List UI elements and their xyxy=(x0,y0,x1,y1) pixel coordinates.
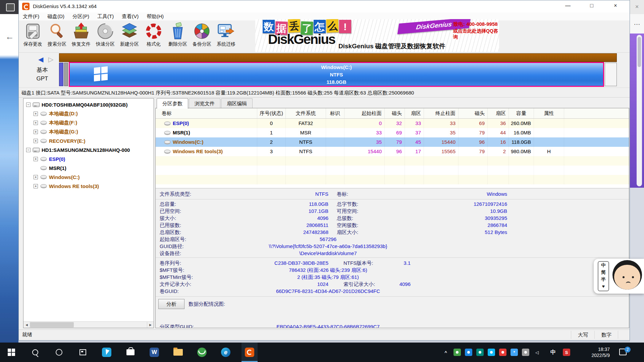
column-header[interactable]: 标识 xyxy=(326,108,344,118)
tree-item[interactable]: +RECOVERY(E:) xyxy=(23,136,154,145)
column-header[interactable]: 扇区 xyxy=(405,108,424,118)
tray-teal-icon[interactable] xyxy=(476,349,484,356)
ime-mode-char[interactable]: 中 xyxy=(598,262,608,269)
tree-item[interactable]: +Windows(C:) xyxy=(23,173,154,182)
ime-mode-char[interactable]: 半 xyxy=(598,276,608,283)
tree-expander[interactable]: + xyxy=(34,112,38,116)
taskbar-clock[interactable]: 18:37 2022/5/9 xyxy=(578,346,610,358)
quick-partition-button[interactable]: 快速分区 xyxy=(93,21,117,52)
partition-segment-re-tools[interactable] xyxy=(605,63,617,86)
background-scrollbar-thumb[interactable] xyxy=(638,37,641,67)
tray-qq-icon[interactable] xyxy=(488,349,495,356)
tray-power-icon[interactable] xyxy=(522,349,529,356)
app-blue-icon[interactable] xyxy=(99,343,115,362)
table-row[interactable]: ESP(0)0FAT3203233336936260.0MB xyxy=(156,119,629,128)
next-disk-icon[interactable]: ▷ xyxy=(48,55,53,63)
partition-segment-windows[interactable]: Windows(C:) NTFS 118.0GB xyxy=(69,62,604,87)
prev-disk-icon[interactable]: ◀ xyxy=(38,55,43,63)
menu-item[interactable]: 磁盘(D) xyxy=(47,13,64,20)
tree-expander[interactable]: + xyxy=(34,184,38,188)
search-icon[interactable] xyxy=(27,343,43,362)
browser-green-icon[interactable] xyxy=(194,343,210,362)
minimize-button[interactable]: — xyxy=(557,0,578,12)
cortana-icon[interactable] xyxy=(51,343,67,362)
menu-item[interactable]: 帮助(H) xyxy=(147,13,164,20)
tree-item[interactable]: MSR(1) xyxy=(23,164,154,173)
start-icon[interactable] xyxy=(3,343,19,362)
system-migrate-button[interactable]: 系统迁移 xyxy=(214,21,238,52)
menu-item[interactable]: 分区(P) xyxy=(72,13,89,20)
search-partition-button[interactable]: 搜索分区 xyxy=(45,21,69,52)
menu-item[interactable]: 文件(F) xyxy=(23,13,39,20)
ms-word-icon[interactable]: W xyxy=(146,343,162,362)
save-changes-button[interactable]: 保存更改 xyxy=(21,21,45,52)
partition-segment-msr[interactable] xyxy=(64,63,68,86)
backup-partition-button[interactable]: 备份分区 xyxy=(190,21,214,52)
menu-item[interactable]: 查看(V) xyxy=(122,13,139,20)
column-header[interactable]: 属性 xyxy=(534,108,564,118)
analyze-button[interactable]: 分析 xyxy=(158,299,184,309)
table-row[interactable]: Windows RE tools(3)3NTFS1544096171556579… xyxy=(156,147,629,156)
tray-snowflake-icon[interactable]: * xyxy=(511,349,518,356)
tray-expand-icon[interactable]: ^ xyxy=(442,349,449,356)
scroll-right-icon[interactable]: ► xyxy=(147,322,154,328)
tree-item[interactable]: +Windows RE tools(3) xyxy=(23,182,154,191)
column-header[interactable]: 磁头 xyxy=(385,108,405,118)
close-button[interactable]: × xyxy=(605,0,626,12)
tree-item[interactable]: +本地磁盘(F:) xyxy=(23,118,154,127)
ime-mode-char[interactable]: ♥ xyxy=(598,283,608,290)
task-view-icon[interactable] xyxy=(75,343,91,362)
format-button[interactable]: 格式化 xyxy=(142,21,166,52)
tree-horizontal-scrollbar[interactable]: ◄ ► xyxy=(23,321,154,328)
column-header[interactable]: 文件系统 xyxy=(286,108,326,118)
tray-red-app-icon[interactable]: S xyxy=(563,349,570,356)
tree-item[interactable]: +ESP(0) xyxy=(23,155,154,164)
diskgenius-icon[interactable] xyxy=(241,343,258,362)
ms-store-icon[interactable] xyxy=(122,343,139,362)
browser-back-icon[interactable]: ← xyxy=(5,32,14,42)
ime-mode-pill[interactable]: 中简半♥ xyxy=(598,261,609,291)
column-header[interactable]: 容量 xyxy=(509,108,534,118)
recover-files-button[interactable]: 恢复文件 xyxy=(69,21,93,52)
file-explorer-icon[interactable] xyxy=(170,343,186,362)
ad-banner[interactable]: 数据丢了怎么! DiskGenius DiskGenius 致电: 400-00… xyxy=(255,19,499,52)
column-header[interactable]: 卷标 xyxy=(156,108,257,118)
delete-partition-button[interactable]: 删除分区 xyxy=(166,21,190,52)
column-header[interactable]: 序号(状态) xyxy=(257,108,286,118)
input-method-widget[interactable]: 中简半♥ xyxy=(594,259,644,294)
browser-overflow-icon[interactable]: … xyxy=(630,14,644,34)
tree-item[interactable]: −HD0:TOSHIBAMQ04ABF100(932GB) xyxy=(23,100,154,109)
column-header[interactable]: 扇区 xyxy=(488,108,509,118)
tray-red-pinwheel-icon[interactable] xyxy=(499,349,506,356)
menu-item[interactable]: 工具(T) xyxy=(97,13,114,20)
column-header[interactable]: 起始柱面 xyxy=(344,108,385,118)
input-method-indicator[interactable]: 中 xyxy=(549,349,557,356)
tab-浏览文件[interactable]: 浏览文件 xyxy=(189,98,220,108)
table-row[interactable]: Windows(C:)2NTFS357945154409616118.0GB xyxy=(156,137,629,147)
partition-segment-esp[interactable] xyxy=(59,63,63,86)
tree-expander[interactable]: + xyxy=(34,175,38,179)
tree-expander[interactable]: − xyxy=(26,103,31,107)
edge-icon[interactable]: e xyxy=(218,343,234,362)
column-header[interactable]: 终止柱面 xyxy=(424,108,459,118)
tree-item[interactable]: −HD1:SAMSUNGMZNLN128HAHQ-000 xyxy=(23,145,154,155)
banner-qq-link[interactable]: 或点击此处选择QQ咨询 xyxy=(453,28,499,40)
tray-volume-icon[interactable]: ◁ xyxy=(533,349,541,356)
scrollbar-thumb[interactable] xyxy=(30,322,74,327)
tree-expander[interactable]: − xyxy=(26,148,31,152)
tray-blue-icon[interactable] xyxy=(465,349,472,356)
tree-expander[interactable]: + xyxy=(34,157,38,161)
table-row[interactable]: MSR(1)1MSR33693735794416.0MB xyxy=(156,128,629,137)
maximize-button[interactable]: □ xyxy=(581,0,602,12)
tree-expander[interactable]: + xyxy=(34,130,38,134)
tray-green-icon[interactable] xyxy=(453,349,461,356)
tree-expander[interactable]: + xyxy=(34,139,38,143)
tree-item[interactable]: +本地磁盘(G:) xyxy=(23,127,154,136)
scroll-left-icon[interactable]: ◄ xyxy=(23,322,30,328)
tab-分区参数[interactable]: 分区参数 xyxy=(157,98,188,109)
ime-mode-char[interactable]: 简 xyxy=(598,269,608,276)
new-partition-button[interactable]: 新建分区 xyxy=(117,21,142,52)
tab-扇区编辑[interactable]: 扇区编辑 xyxy=(221,98,253,108)
tree-item[interactable]: +本地磁盘(D:) xyxy=(23,109,154,118)
background-close-icon[interactable]: × xyxy=(632,2,642,11)
